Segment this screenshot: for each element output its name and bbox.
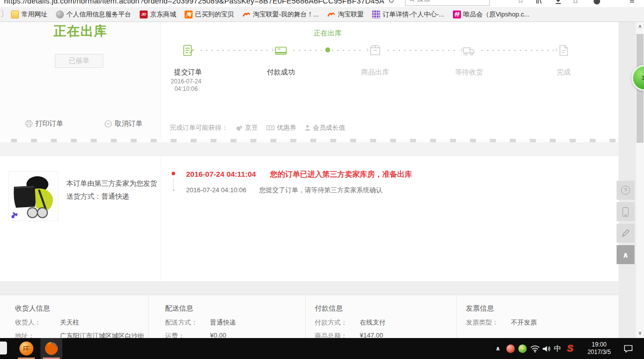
- search-input[interactable]: [417, 0, 477, 2]
- vip-favicon: 特: [453, 10, 461, 18]
- taskbar: ∧ ✦ 中 S 19:00 2017/3/5: [0, 338, 644, 359]
- rewards-label: 完成订单可能获得：: [170, 123, 228, 132]
- consignee-info-section: 收货人信息 收货人：关天柱 地址：广东阳江市江城区城区白沙街道: [0, 295, 148, 338]
- bookmark-order-detail[interactable]: 订单详情-个人中心-...: [372, 10, 444, 19]
- section-title: 付款信息: [315, 304, 456, 313]
- member-icon: [304, 124, 311, 131]
- await-delivery-icon: [462, 44, 475, 57]
- order-detail-page: 正在出库 已催单 打印订单 取消订单 正在出库: [0, 22, 637, 338]
- scroll-down-arrow[interactable]: ∨: [636, 330, 644, 336]
- section-title: 收货人信息: [15, 304, 148, 313]
- taskbar-clock[interactable]: 19:00 2017/3/5: [580, 338, 618, 359]
- jd-favicon: JD: [140, 10, 148, 18]
- section-gap: [0, 281, 637, 295]
- clipped-taskbar-icon: [0, 342, 7, 355]
- tray-expand-icon[interactable]: ∧: [493, 338, 503, 359]
- connector-dots: [479, 49, 554, 51]
- downloads-icon[interactable]: [555, 0, 562, 4]
- print-order-link[interactable]: 打印订单: [25, 119, 63, 128]
- reward-jingdou: 京豆: [236, 123, 258, 132]
- order-message-earlier: 2016-07-24 04:10:06您提交了订单，请等待第三方卖家系统确认: [186, 186, 383, 195]
- payment-info-section: 付款信息 付款方式：在线支付 商品总额：¥147.00: [305, 295, 456, 338]
- order-status-panel: 正在出库 已催单 打印订单 取消订单: [0, 22, 161, 139]
- delivery-info-section: 配送信息 配送方式：普通快递 运费：¥0.00: [148, 295, 305, 338]
- globe-icon: [56, 10, 64, 18]
- order-status-title: 正在出库: [53, 22, 107, 40]
- feedback-button[interactable]: [617, 224, 635, 243]
- home-icon[interactable]: ⌂: [573, 0, 578, 4]
- clipped-bookmark-icon: 〕: [0, 9, 8, 19]
- sogou-icon[interactable]: S: [564, 338, 576, 359]
- cancel-order-link[interactable]: 取消订单: [104, 119, 143, 128]
- reward-growth: 会员成长值: [304, 123, 345, 132]
- action-center-icon[interactable]: [621, 338, 636, 359]
- wifi-icon[interactable]: [529, 338, 541, 359]
- connector-dots: [386, 49, 459, 51]
- bookmark-taobao-union[interactable]: 淘宝联盟: [327, 10, 364, 19]
- invoice-info-section: 发票信息 发票类型：不开发票: [456, 295, 619, 338]
- bookmarks-bar: 〕 常用网址 个人信用信息服务平台 JD 京东商城 淘 已买到的宝贝 淘宝联盟-…: [0, 7, 644, 22]
- taobao-favicon: 淘: [185, 10, 193, 18]
- folder-icon: [11, 10, 19, 18]
- back-to-top-button[interactable]: ∧: [617, 245, 635, 264]
- help-button[interactable]: ?: [617, 181, 635, 200]
- speaker-icon[interactable]: [541, 338, 552, 359]
- timeline-dot: [172, 172, 175, 175]
- alimama-swoosh-icon: [327, 10, 335, 18]
- shipping-message-card: 本订单由第三方卖家为您发货 送货方式：普通快递 2016-07-24 04:11…: [0, 155, 619, 281]
- purple-favicon: [372, 10, 380, 18]
- coupon-icon: [266, 124, 275, 131]
- perforation-divider: [0, 139, 619, 142]
- tray-green-orb-icon[interactable]: ✦: [517, 338, 528, 359]
- current-progress-dot: [325, 47, 330, 52]
- bookmark-jd[interactable]: JD 京东商城: [140, 10, 176, 19]
- reload-icon[interactable]: [388, 0, 395, 3]
- rewards-row: 完成订单可能获得： 京豆 优惠券 会员成长值: [170, 123, 345, 132]
- section-gap: [0, 142, 637, 155]
- firefox-icon: [44, 341, 59, 356]
- taskbar-firefox[interactable]: [40, 338, 62, 359]
- library-icon[interactable]: [536, 0, 543, 4]
- bean-icon: [236, 124, 243, 131]
- seller-note: 本订单由第三方卖家为您发货: [66, 179, 157, 188]
- delivery-note: 送货方式：普通快递: [66, 192, 129, 201]
- section-title: 发票信息: [466, 304, 619, 313]
- bookmark-star-icon[interactable]: ☆: [517, 0, 524, 5]
- submit-order-datetime: 2016-07-24 04:10:06: [171, 78, 201, 93]
- phone-icon: [623, 207, 629, 217]
- alimama-swoosh-icon: [242, 10, 250, 18]
- scroll-up-arrow[interactable]: ∧: [636, 23, 644, 29]
- bookmark-vip[interactable]: 特 唯品会（原Vipshop.c...: [453, 10, 530, 19]
- taskbar-app-orange[interactable]: [15, 338, 37, 359]
- minus-circle-icon: [104, 120, 112, 128]
- complete-icon: [557, 44, 570, 57]
- tray-mascot-icon[interactable]: [505, 338, 516, 359]
- bookmark-changyong[interactable]: 常用网址: [11, 10, 47, 19]
- connector-dots: [199, 49, 270, 51]
- step-label: 付款成功: [267, 68, 295, 77]
- bookmark-taobao-bought[interactable]: 淘 已买到的宝贝: [185, 10, 234, 19]
- search-icon: [409, 0, 415, 2]
- product-thumbnail[interactable]: [8, 171, 58, 221]
- section-title: 配送信息: [165, 304, 305, 313]
- urged-button[interactable]: 已催单: [55, 54, 103, 68]
- order-info-card: 收货人信息 收货人：关天柱 地址：广东阳江市江城区城区白沙街道 配送信息 配送方…: [0, 295, 619, 338]
- extension-icon[interactable]: [594, 0, 600, 4]
- timeline-line: [173, 178, 174, 191]
- url-field[interactable]: https://details.jd.com/normal/item.actio…: [4, 0, 384, 5]
- bookmark-taobao-union-stage[interactable]: 淘宝联盟-我的舞台！...: [242, 10, 319, 19]
- address-bar-row: https://details.jd.com/normal/item.actio…: [0, 0, 644, 7]
- vertical-divider: [161, 156, 161, 281]
- submit-order-icon: [182, 44, 195, 57]
- printer-icon: [25, 120, 33, 128]
- step-label: 完成: [557, 68, 571, 77]
- reward-coupon: 优惠券: [266, 123, 296, 132]
- mobile-button[interactable]: [617, 202, 635, 221]
- menu-icon[interactable]: ≡: [630, 0, 635, 6]
- pencil-icon: [622, 229, 630, 237]
- screen: https://details.jd.com/normal/item.actio…: [0, 0, 644, 359]
- search-box[interactable]: [405, 0, 490, 6]
- orange-app-icon: [19, 342, 33, 356]
- ime-indicator[interactable]: 中: [552, 338, 563, 359]
- bookmark-credit[interactable]: 个人信用信息服务平台: [56, 10, 131, 19]
